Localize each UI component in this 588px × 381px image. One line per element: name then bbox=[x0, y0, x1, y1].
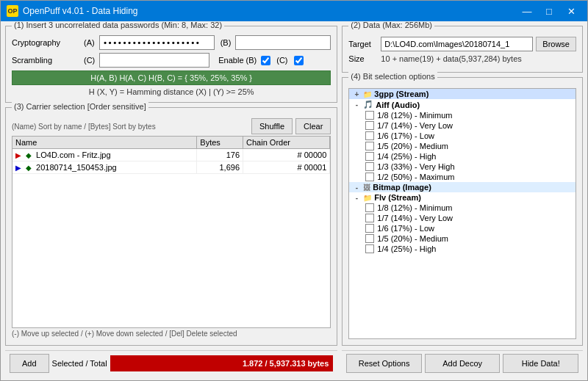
tree-checkbox[interactable] bbox=[365, 111, 374, 120]
passwords-title: (1) Insert 3 uncorrelated data passwords… bbox=[12, 21, 224, 29]
c-suffix-label: (C) bbox=[276, 56, 287, 65]
password-c-input[interactable] bbox=[99, 53, 209, 68]
tree-checkbox[interactable] bbox=[365, 173, 374, 181]
bottom-right-buttons: Reset Options Add Decoy Hide Data! bbox=[342, 350, 583, 376]
carrier-group: (3) Carrier selection [Order sensitive] … bbox=[5, 107, 337, 346]
tree-checkbox[interactable] bbox=[365, 121, 374, 130]
tree-item[interactable]: 1/5 (20%) - Medium bbox=[349, 233, 576, 244]
tree-item[interactable]: 1/7 (14%) - Very Low bbox=[349, 213, 576, 223]
progress-text: 1.872 / 5,937.313 bytes bbox=[243, 359, 329, 368]
tree-checkbox[interactable] bbox=[365, 152, 374, 161]
tree-category[interactable]: + 📁 3gpp (Stream) bbox=[349, 89, 576, 99]
window-title: OpenPuff v4.01 - Data Hiding bbox=[23, 6, 138, 16]
tree-category[interactable]: - 🎵 Aiff (Audio) bbox=[349, 99, 576, 110]
col-order[interactable]: Chain Order bbox=[243, 137, 330, 149]
col-name[interactable]: Name bbox=[12, 137, 197, 149]
enable-c-checkbox[interactable] bbox=[294, 56, 304, 65]
bit-selection-title: (4) Bit selection options bbox=[348, 72, 437, 81]
col-bytes[interactable]: Bytes bbox=[197, 137, 243, 149]
tree-item[interactable]: 1/6 (17%) - Low bbox=[349, 223, 576, 233]
size-value: 10 + name(19) + data(5,937,284) bytes bbox=[381, 54, 521, 63]
carrier-footer: (-) Move up selected / (+) Move down sel… bbox=[12, 330, 331, 338]
target-label: Target bbox=[348, 40, 378, 48]
tree-item[interactable]: 1/3 (33%) - Very High bbox=[349, 162, 576, 172]
enable-b-label: Enable (B) bbox=[218, 56, 257, 65]
title-bar: OP OpenPuff v4.01 - Data Hiding — □ ✕ bbox=[1, 1, 587, 21]
tree-item[interactable]: 1/8 (12%) - Minimum bbox=[349, 110, 576, 120]
a-label: (A) bbox=[84, 38, 95, 47]
clear-button[interactable]: Clear bbox=[295, 118, 331, 134]
password-b-input[interactable] bbox=[235, 35, 331, 50]
window-controls: — □ ✕ bbox=[517, 4, 581, 18]
tree-checkbox[interactable] bbox=[365, 142, 374, 150]
carrier-table-container[interactable]: Name Bytes Chain Order ▶ ◆ LO4D.com - Fr… bbox=[12, 136, 331, 328]
browse-button[interactable]: Browse bbox=[536, 37, 576, 51]
b-label: (B) bbox=[220, 38, 232, 47]
tree-checkbox[interactable] bbox=[365, 162, 374, 171]
add-decoy-button[interactable]: Add Decoy bbox=[425, 354, 501, 373]
crypto-label: Cryptography bbox=[12, 38, 78, 47]
tree-checkbox[interactable] bbox=[365, 234, 374, 243]
carrier-sort-hint: (Name) Sort by name / [Bytes] Sort by by… bbox=[12, 123, 156, 131]
tree-checkbox[interactable] bbox=[365, 203, 374, 212]
password-a-input[interactable] bbox=[99, 35, 215, 50]
reset-options-button[interactable]: Reset Options bbox=[346, 354, 422, 373]
maximize-button[interactable]: □ bbox=[539, 4, 559, 18]
tree-item[interactable]: 1/5 (20%) - Medium bbox=[349, 141, 576, 151]
tree-checkbox[interactable] bbox=[365, 131, 374, 140]
selected-label: Selected / Total bbox=[52, 359, 107, 368]
tree-category[interactable]: - 📁 Flv (Stream) bbox=[349, 192, 576, 203]
tree-item[interactable]: 1/2 (50%) - Maximum bbox=[349, 172, 576, 182]
tree-item[interactable]: 1/4 (25%) - High bbox=[349, 151, 576, 162]
table-row[interactable]: ▶ ◆ 20180714_150453.jpg 1,696 # 00001 bbox=[12, 162, 330, 174]
data-group: (2) Data (Max: 256Mb) Target Browse Size… bbox=[342, 26, 583, 73]
tree-category[interactable]: - 🖼 Bitmap (Image) bbox=[349, 182, 576, 192]
close-button[interactable]: ✕ bbox=[561, 4, 581, 18]
hide-data-button[interactable]: Hide Data! bbox=[503, 354, 578, 373]
table-row[interactable]: ▶ ◆ LO4D.com - Fritz.jpg 176 # 00000 bbox=[12, 149, 330, 162]
carrier-table: Name Bytes Chain Order ▶ ◆ LO4D.com - Fr… bbox=[12, 137, 330, 174]
data-title: (2) Data (Max: 256Mb) bbox=[348, 21, 434, 29]
tree-item[interactable]: 1/4 (25%) - High bbox=[349, 244, 576, 254]
tree-item[interactable]: 1/7 (14%) - Very Low bbox=[349, 120, 576, 131]
size-label: Size bbox=[348, 54, 378, 63]
tree-checkbox[interactable] bbox=[365, 244, 374, 253]
tree-checkbox[interactable] bbox=[365, 214, 374, 222]
scrambling-label: Scrambling bbox=[12, 56, 78, 65]
password-check-bar: H(A, B) H(A, C) H(B, C) = { 35%, 25%, 35… bbox=[12, 70, 331, 85]
tree-item[interactable]: 1/6 (17%) - Low bbox=[349, 131, 576, 141]
bit-tree[interactable]: + 📁 3gpp (Stream) - 🎵 Aiff (Audio) 1/8 (… bbox=[348, 88, 576, 339]
progress-bar: 1.872 / 5,937.313 bytes bbox=[110, 355, 334, 371]
app-icon: OP bbox=[7, 5, 18, 17]
passwords-group: (1) Insert 3 uncorrelated data passwords… bbox=[5, 26, 337, 103]
enable-b-checkbox[interactable] bbox=[261, 56, 270, 65]
target-input[interactable] bbox=[381, 37, 533, 51]
add-button[interactable]: Add bbox=[10, 354, 49, 373]
carrier-title: (3) Carrier selection [Order sensitive] bbox=[12, 102, 148, 111]
hamming-text: H (X, Y) = Hamming distance (X) | (Y) >=… bbox=[12, 87, 331, 96]
c-label: (C) bbox=[84, 56, 95, 65]
tree-checkbox[interactable] bbox=[365, 224, 374, 233]
tree-item[interactable]: 1/8 (12%) - Minimum bbox=[349, 203, 576, 213]
shuffle-button[interactable]: Shuffle bbox=[251, 118, 293, 134]
minimize-button[interactable]: — bbox=[517, 4, 537, 18]
bit-selection-group: (4) Bit selection options + 📁 3gpp (Stre… bbox=[342, 77, 583, 346]
bottom-bar: Add Selected / Total 1.872 / 5,937.313 b… bbox=[5, 350, 337, 376]
